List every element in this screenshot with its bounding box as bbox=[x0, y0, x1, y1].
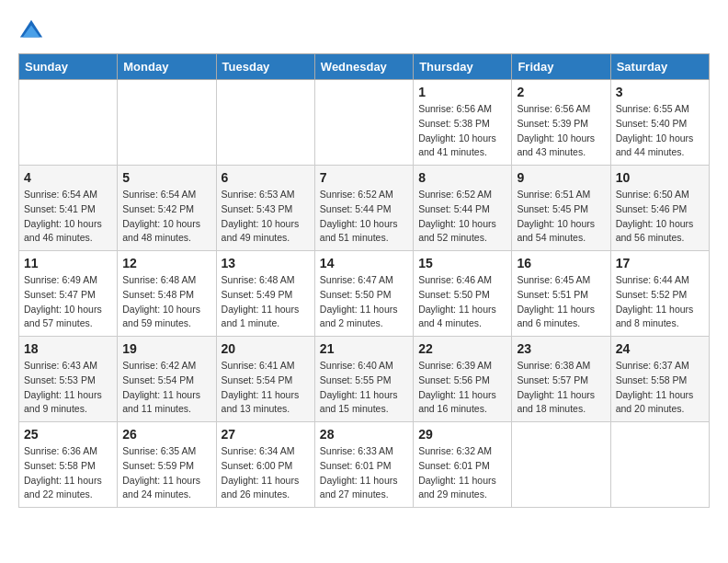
day-number: 18 bbox=[24, 341, 112, 356]
week-row: 1Sunrise: 6:56 AM Sunset: 5:38 PM Daylig… bbox=[19, 80, 710, 166]
calendar-cell: 16Sunrise: 6:45 AM Sunset: 5:51 PM Dayli… bbox=[512, 251, 610, 337]
calendar-cell: 3Sunrise: 6:55 AM Sunset: 5:40 PM Daylig… bbox=[610, 80, 709, 166]
day-number: 22 bbox=[418, 341, 506, 356]
day-detail: Sunrise: 6:35 AM Sunset: 5:59 PM Dayligh… bbox=[122, 444, 210, 502]
day-number: 24 bbox=[616, 341, 704, 356]
day-number: 20 bbox=[222, 341, 310, 356]
calendar-cell bbox=[118, 80, 216, 166]
calendar-cell bbox=[314, 80, 413, 166]
day-detail: Sunrise: 6:51 AM Sunset: 5:45 PM Dayligh… bbox=[517, 188, 605, 246]
day-number: 8 bbox=[418, 170, 506, 185]
day-number: 4 bbox=[24, 170, 112, 185]
calendar-cell bbox=[216, 80, 314, 166]
day-detail: Sunrise: 6:37 AM Sunset: 5:58 PM Dayligh… bbox=[616, 359, 704, 417]
day-detail: Sunrise: 6:54 AM Sunset: 5:41 PM Dayligh… bbox=[24, 188, 112, 246]
day-detail: Sunrise: 6:54 AM Sunset: 5:42 PM Dayligh… bbox=[122, 188, 210, 246]
day-number: 12 bbox=[122, 256, 210, 270]
day-detail: Sunrise: 6:50 AM Sunset: 5:46 PM Dayligh… bbox=[616, 188, 704, 246]
calendar-cell: 18Sunrise: 6:43 AM Sunset: 5:53 PM Dayli… bbox=[19, 337, 118, 422]
calendar-cell: 15Sunrise: 6:46 AM Sunset: 5:50 PM Dayli… bbox=[414, 251, 512, 337]
calendar-cell: 5Sunrise: 6:54 AM Sunset: 5:42 PM Daylig… bbox=[118, 166, 216, 251]
day-detail: Sunrise: 6:40 AM Sunset: 5:55 PM Dayligh… bbox=[320, 359, 408, 417]
day-number: 11 bbox=[24, 256, 112, 270]
page-header bbox=[18, 18, 710, 44]
calendar-table: SundayMondayTuesdayWednesdayThursdayFrid… bbox=[18, 53, 710, 508]
calendar-cell: 11Sunrise: 6:49 AM Sunset: 5:47 PM Dayli… bbox=[19, 251, 118, 337]
day-detail: Sunrise: 6:48 AM Sunset: 5:49 PM Dayligh… bbox=[222, 273, 310, 331]
day-detail: Sunrise: 6:44 AM Sunset: 5:52 PM Dayligh… bbox=[616, 273, 704, 331]
day-number: 2 bbox=[517, 85, 605, 99]
day-detail: Sunrise: 6:48 AM Sunset: 5:48 PM Dayligh… bbox=[122, 273, 210, 331]
calendar-cell: 2Sunrise: 6:56 AM Sunset: 5:39 PM Daylig… bbox=[512, 80, 610, 166]
day-number: 15 bbox=[418, 256, 506, 270]
day-header-monday: Monday bbox=[118, 54, 216, 80]
day-number: 10 bbox=[616, 170, 704, 185]
day-number: 6 bbox=[222, 170, 310, 185]
day-detail: Sunrise: 6:52 AM Sunset: 5:44 PM Dayligh… bbox=[320, 188, 408, 246]
day-detail: Sunrise: 6:41 AM Sunset: 5:54 PM Dayligh… bbox=[222, 359, 310, 417]
logo-icon bbox=[18, 18, 44, 44]
day-detail: Sunrise: 6:32 AM Sunset: 6:01 PM Dayligh… bbox=[418, 444, 506, 502]
day-number: 29 bbox=[418, 427, 506, 442]
calendar-cell: 29Sunrise: 6:32 AM Sunset: 6:01 PM Dayli… bbox=[414, 422, 512, 508]
week-row: 18Sunrise: 6:43 AM Sunset: 5:53 PM Dayli… bbox=[19, 337, 710, 422]
day-detail: Sunrise: 6:47 AM Sunset: 5:50 PM Dayligh… bbox=[320, 273, 408, 331]
day-detail: Sunrise: 6:43 AM Sunset: 5:53 PM Dayligh… bbox=[24, 359, 112, 417]
calendar-cell: 6Sunrise: 6:53 AM Sunset: 5:43 PM Daylig… bbox=[216, 166, 314, 251]
day-detail: Sunrise: 6:46 AM Sunset: 5:50 PM Dayligh… bbox=[418, 273, 506, 331]
calendar-cell: 9Sunrise: 6:51 AM Sunset: 5:45 PM Daylig… bbox=[512, 166, 610, 251]
calendar-cell: 26Sunrise: 6:35 AM Sunset: 5:59 PM Dayli… bbox=[118, 422, 216, 508]
day-header-tuesday: Tuesday bbox=[216, 54, 314, 80]
logo bbox=[18, 18, 48, 44]
day-detail: Sunrise: 6:52 AM Sunset: 5:44 PM Dayligh… bbox=[418, 188, 506, 246]
calendar-cell: 1Sunrise: 6:56 AM Sunset: 5:38 PM Daylig… bbox=[414, 80, 512, 166]
day-number: 17 bbox=[616, 256, 704, 270]
day-number: 21 bbox=[320, 341, 408, 356]
day-detail: Sunrise: 6:53 AM Sunset: 5:43 PM Dayligh… bbox=[222, 188, 310, 246]
day-number: 28 bbox=[320, 427, 408, 442]
day-number: 14 bbox=[320, 256, 408, 270]
day-detail: Sunrise: 6:36 AM Sunset: 5:58 PM Dayligh… bbox=[24, 444, 112, 502]
calendar-cell: 13Sunrise: 6:48 AM Sunset: 5:49 PM Dayli… bbox=[216, 251, 314, 337]
week-row: 25Sunrise: 6:36 AM Sunset: 5:58 PM Dayli… bbox=[19, 422, 710, 508]
calendar-cell: 14Sunrise: 6:47 AM Sunset: 5:50 PM Dayli… bbox=[314, 251, 413, 337]
day-detail: Sunrise: 6:39 AM Sunset: 5:56 PM Dayligh… bbox=[418, 359, 506, 417]
calendar-cell bbox=[610, 422, 709, 508]
day-number: 7 bbox=[320, 170, 408, 185]
day-number: 19 bbox=[122, 341, 210, 356]
calendar-cell: 19Sunrise: 6:42 AM Sunset: 5:54 PM Dayli… bbox=[118, 337, 216, 422]
day-number: 1 bbox=[418, 85, 506, 99]
day-number: 16 bbox=[517, 256, 605, 270]
calendar-cell: 24Sunrise: 6:37 AM Sunset: 5:58 PM Dayli… bbox=[610, 337, 709, 422]
calendar-cell bbox=[512, 422, 610, 508]
day-number: 26 bbox=[122, 427, 210, 442]
day-header-thursday: Thursday bbox=[414, 54, 512, 80]
day-number: 5 bbox=[122, 170, 210, 185]
day-header-saturday: Saturday bbox=[610, 54, 709, 80]
day-number: 9 bbox=[517, 170, 605, 185]
day-detail: Sunrise: 6:34 AM Sunset: 6:00 PM Dayligh… bbox=[222, 444, 310, 502]
header-row: SundayMondayTuesdayWednesdayThursdayFrid… bbox=[19, 54, 710, 80]
calendar-cell: 17Sunrise: 6:44 AM Sunset: 5:52 PM Dayli… bbox=[610, 251, 709, 337]
calendar-cell: 12Sunrise: 6:48 AM Sunset: 5:48 PM Dayli… bbox=[118, 251, 216, 337]
day-number: 3 bbox=[616, 85, 704, 99]
calendar-cell: 8Sunrise: 6:52 AM Sunset: 5:44 PM Daylig… bbox=[414, 166, 512, 251]
day-number: 27 bbox=[222, 427, 310, 442]
day-number: 23 bbox=[517, 341, 605, 356]
day-detail: Sunrise: 6:56 AM Sunset: 5:38 PM Dayligh… bbox=[418, 102, 506, 160]
calendar-cell: 10Sunrise: 6:50 AM Sunset: 5:46 PM Dayli… bbox=[610, 166, 709, 251]
day-detail: Sunrise: 6:45 AM Sunset: 5:51 PM Dayligh… bbox=[517, 273, 605, 331]
day-detail: Sunrise: 6:33 AM Sunset: 6:01 PM Dayligh… bbox=[320, 444, 408, 502]
day-detail: Sunrise: 6:42 AM Sunset: 5:54 PM Dayligh… bbox=[122, 359, 210, 417]
calendar-cell: 4Sunrise: 6:54 AM Sunset: 5:41 PM Daylig… bbox=[19, 166, 118, 251]
calendar-cell: 22Sunrise: 6:39 AM Sunset: 5:56 PM Dayli… bbox=[414, 337, 512, 422]
day-number: 25 bbox=[24, 427, 112, 442]
calendar-cell: 21Sunrise: 6:40 AM Sunset: 5:55 PM Dayli… bbox=[314, 337, 413, 422]
calendar-cell: 27Sunrise: 6:34 AM Sunset: 6:00 PM Dayli… bbox=[216, 422, 314, 508]
day-header-wednesday: Wednesday bbox=[314, 54, 413, 80]
calendar-cell: 20Sunrise: 6:41 AM Sunset: 5:54 PM Dayli… bbox=[216, 337, 314, 422]
day-detail: Sunrise: 6:49 AM Sunset: 5:47 PM Dayligh… bbox=[24, 273, 112, 331]
calendar-cell bbox=[19, 80, 118, 166]
day-header-friday: Friday bbox=[512, 54, 610, 80]
day-detail: Sunrise: 6:56 AM Sunset: 5:39 PM Dayligh… bbox=[517, 102, 605, 160]
